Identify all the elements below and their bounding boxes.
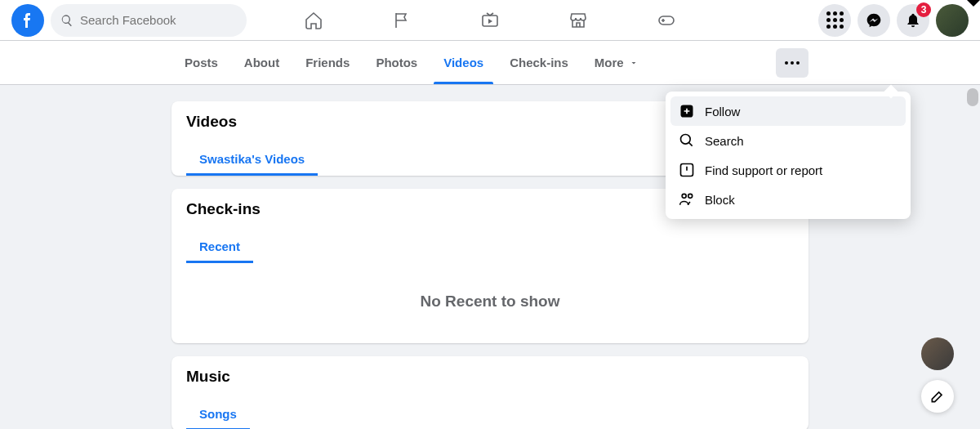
- tab-checkins[interactable]: Check-ins: [497, 41, 581, 84]
- marketplace-icon: [568, 11, 588, 30]
- follow-icon: [679, 103, 695, 119]
- report-icon: [679, 162, 695, 178]
- messenger-icon: [866, 12, 882, 29]
- gaming-icon: [657, 11, 676, 30]
- chat-head-avatar[interactable]: [921, 337, 954, 370]
- search-icon: [60, 14, 74, 27]
- tab-posts[interactable]: Posts: [172, 41, 231, 84]
- menu-follow[interactable]: Follow: [670, 96, 906, 126]
- svg-point-5: [682, 194, 686, 198]
- block-icon: [679, 191, 695, 208]
- tab-more-label: More: [595, 56, 624, 69]
- menu-report-label: Find support or report: [705, 163, 822, 177]
- scrollbar-thumb[interactable]: [967, 88, 978, 106]
- svg-point-3: [681, 135, 691, 145]
- search-container[interactable]: [51, 4, 247, 37]
- nav-gaming[interactable]: [626, 0, 707, 41]
- more-actions-button[interactable]: [776, 48, 808, 78]
- facebook-logo[interactable]: [11, 4, 44, 37]
- caret-icon: [967, 0, 980, 7]
- nav-watch[interactable]: [449, 0, 531, 41]
- nav-marketplace[interactable]: [537, 0, 619, 41]
- search-input[interactable]: [80, 13, 237, 27]
- menu-search[interactable]: Search: [670, 126, 906, 155]
- menu-follow-label: Follow: [705, 105, 740, 118]
- checkins-empty-text: No Recent to show: [186, 263, 794, 343]
- search-icon: [679, 132, 695, 149]
- apps-menu-button[interactable]: [818, 4, 851, 37]
- messenger-button[interactable]: [858, 4, 890, 37]
- notification-badge: 3: [916, 2, 931, 17]
- center-nav: [273, 0, 707, 41]
- compose-icon: [929, 388, 946, 404]
- music-card: Music Songs: [172, 356, 808, 429]
- float-stack: [921, 337, 954, 413]
- menu-search-label: Search: [705, 134, 744, 148]
- checkins-subtab-recent[interactable]: Recent: [186, 230, 253, 263]
- menu-block[interactable]: Block: [670, 185, 906, 214]
- menu-report[interactable]: Find support or report: [670, 155, 906, 185]
- watch-icon: [480, 11, 500, 30]
- facebook-f-icon: [18, 11, 38, 30]
- tab-videos[interactable]: Videos: [430, 41, 497, 84]
- top-header: 3: [0, 0, 980, 41]
- music-subtab-songs[interactable]: Songs: [186, 397, 250, 429]
- nav-home[interactable]: [273, 0, 354, 41]
- nav-pages[interactable]: [361, 0, 443, 41]
- flag-icon: [392, 11, 412, 30]
- profile-avatar[interactable]: [936, 4, 969, 37]
- header-right: 3: [818, 4, 969, 37]
- svg-rect-1: [659, 16, 674, 25]
- home-icon: [304, 11, 323, 30]
- music-card-title: Music: [186, 368, 794, 386]
- chevron-down-icon: [629, 58, 639, 68]
- tab-about[interactable]: About: [231, 41, 292, 84]
- videos-subtab-user[interactable]: Swastika's Videos: [186, 142, 318, 176]
- apps-icon: [826, 11, 844, 29]
- tab-photos[interactable]: Photos: [363, 41, 430, 84]
- tab-more[interactable]: More: [581, 41, 652, 84]
- svg-point-6: [688, 194, 693, 198]
- compose-button[interactable]: [921, 380, 954, 413]
- menu-block-label: Block: [705, 193, 735, 207]
- more-actions-menu: Follow Search Find support or report Blo…: [666, 92, 911, 219]
- notifications-button[interactable]: 3: [897, 4, 929, 37]
- tab-friends[interactable]: Friends: [292, 41, 363, 84]
- profile-tabs-bar: Posts About Friends Photos Videos Check-…: [0, 41, 980, 85]
